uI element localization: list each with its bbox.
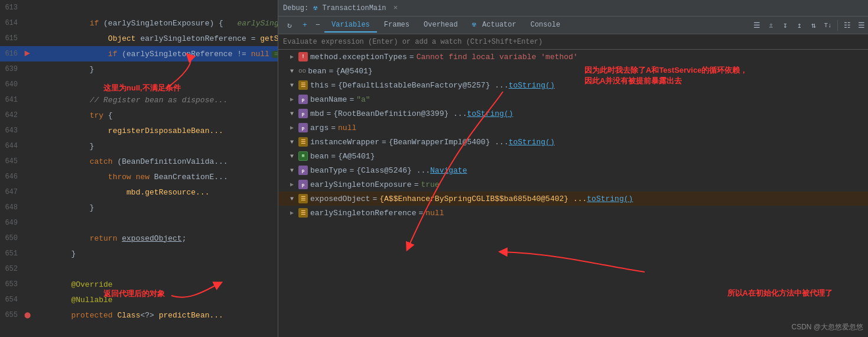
debug-panel: Debug: ☢ TransactionMain × ↻ + − Variabl… [278,0,868,337]
code-line-642: 642 try { [0,108,278,123]
var-row-earlySingletonExposure[interactable]: ▶ p earlySingletonExposure = true [278,177,868,192]
code-line-654: 654 @Nullable [0,292,278,307]
code-content: // Register bean as dispose... [32,96,278,105]
tab-actuator[interactable]: ☢ Actuator [465,18,524,33]
line-number: 641 [0,96,22,104]
code-content: } [32,65,278,74]
line-number: 642 [0,111,22,119]
code-line-647: 647 mbd.getResource... [0,184,278,200]
code-line-651: 651 } [0,246,278,261]
grid-icon[interactable]: ☷ [841,19,854,32]
main-layout: 613 614 if (earlySingletonExposure) { ea… [0,0,868,337]
expand-icon[interactable]: ⇫ [765,19,778,32]
code-content: mbd.getResource... [32,188,278,197]
var-row-bean2[interactable]: ▼ ■ bean = {A@5401} [278,149,868,163]
line-number: 648 [0,203,22,212]
p-icon-args: p [298,123,308,132]
code-line-615: 615 Object earlySingletonReference = get… [0,31,278,46]
tab-overhead[interactable]: Overhead [417,18,465,33]
code-content: } [32,142,278,151]
code-panel: 613 614 if (earlySingletonExposure) { ea… [0,0,278,337]
line-number: 616 [0,50,22,58]
p-icon-early: p [298,180,308,189]
line-number: 650 [0,234,22,242]
var-row-this[interactable]: ▼ ☰ this = {DefaultListableBeanFactory@5… [278,78,868,92]
var-row-exposedObject[interactable]: ▼ ☰ exposedObject = {A$$EnhancerBySpring… [278,192,868,206]
remove-watch-btn[interactable]: − [311,19,324,32]
code-line-653: 653 @Override [0,277,278,292]
debug-tab-close[interactable]: × [393,4,398,12]
p-icon-mbd: p [298,109,308,118]
tab-console[interactable]: Console [524,18,567,33]
current-marker: ► [24,48,30,59]
tab-frames[interactable]: Frames [377,18,417,33]
code-line-614: 614 if (earlySingletonExposure) { earlyS… [0,15,278,31]
code-content: } [32,203,278,212]
code-line-646: 646 throw new BeanCreationE... [0,169,278,184]
breakpoint-area: ► [22,48,32,59]
sort-icon[interactable]: ⇅ [807,19,820,32]
debug-tab-bar: ↻ + − Variables Frames Overhead ☢ Actuat… [278,17,868,34]
debug-session: TransactionMain [322,4,386,12]
code-line-641: 641 // Register bean as dispose... [0,92,278,108]
code-line-616: 616 ► if (earlySingletonReference != nul… [0,46,278,61]
line-number: 654 [0,296,22,304]
line-number: 655 [0,311,22,319]
code-content: Object earlySingletonReference = getSing… [32,34,278,43]
line-number: 615 [0,34,22,43]
code-editor: 613 614 if (earlySingletonExposure) { ea… [0,0,278,337]
code-line-644: 644 } [0,138,278,154]
line-number: 643 [0,127,22,135]
var-row-earlySingletonRef[interactable]: ▶ ☰ earlySingletonReference = null [278,206,868,220]
line-number: 614 [0,19,22,27]
var-row-instancewrapper[interactable]: ▼ ☰ instanceWrapper = {BeanWrapperImpl@5… [278,135,868,149]
line-number: 644 [0,142,22,150]
add-watch-btn[interactable]: + [298,19,311,32]
settings-icon[interactable]: ☰ [750,19,763,32]
tab-variables[interactable]: Variables [324,18,377,33]
list-icon-this: ☰ [298,80,308,90]
eval-bar[interactable]: Evaluate expression (Enter) or add a wat… [278,34,868,50]
download-icon[interactable]: ↧ [779,19,792,32]
upload-icon[interactable]: ↥ [793,19,806,32]
line-number: 649 [0,219,22,227]
var-row-args[interactable]: ▶ p args = null [278,121,868,135]
refresh-btn[interactable]: ↻ [283,19,296,32]
breakpoint-area: ⬤ [22,312,32,319]
filter-icon[interactable]: T↓ [821,19,834,32]
line-number: 646 [0,173,22,181]
line-number: 639 [0,65,22,73]
code-content: if (earlySingletonExposure) { earlySingl… [32,19,278,28]
debug-header: Debug: ☢ TransactionMain × [278,0,868,17]
var-row-bean1[interactable]: ▼ oo bean = {A@5401} [278,64,868,78]
var-row-method[interactable]: ▶ ! method.exceptionTypes = Cannot find … [278,50,868,64]
code-line-645: 645 catch (BeanDefinitionValida... [0,154,278,169]
line-number: 647 [0,188,22,196]
code-content: if (earlySingletonReference != null= fal… [32,50,278,59]
actuator-icon: ☢ [472,21,476,29]
line-number: 652 [0,265,22,273]
code-line-643: 643 registerDisposableBean... [0,123,278,138]
line-number: 640 [0,80,22,89]
list-icon[interactable]: ☰ [855,19,868,32]
code-line-655: 655 ⬤ protected Class<?> predictBean... [0,307,278,323]
debug-label: Debug: [283,4,308,12]
bean-icon: ■ [298,151,308,161]
eval-placeholder: Evaluate expression (Enter) or add a wat… [283,38,542,46]
list-icon-wrapper: ☰ [298,137,308,147]
code-content: @Override [32,280,278,289]
line-number: 613 [0,4,22,12]
code-line-613: 613 [0,0,278,15]
var-row-beanname[interactable]: ▶ p beanName = "a" [278,92,868,106]
code-content: return exposedObject; [32,234,278,243]
code-content: try { [32,111,278,120]
code-content: throw new BeanCreationE... [32,173,278,182]
p-icon-beanname: p [298,95,308,104]
debug-session-icon: ☢ [313,4,317,12]
code-line-650: 650 return exposedObject; [0,231,278,246]
var-row-mbd[interactable]: ▼ p mbd = {RootBeanDefinition@3399} ... … [278,106,868,121]
error-icon: ! [298,52,308,61]
var-row-beantype[interactable]: ▼ p beanType = {Class@5246} ... Navigate [278,163,868,177]
variables-list: ▶ ! method.exceptionTypes = Cannot find … [278,50,868,337]
code-line-652: 652 [0,261,278,277]
